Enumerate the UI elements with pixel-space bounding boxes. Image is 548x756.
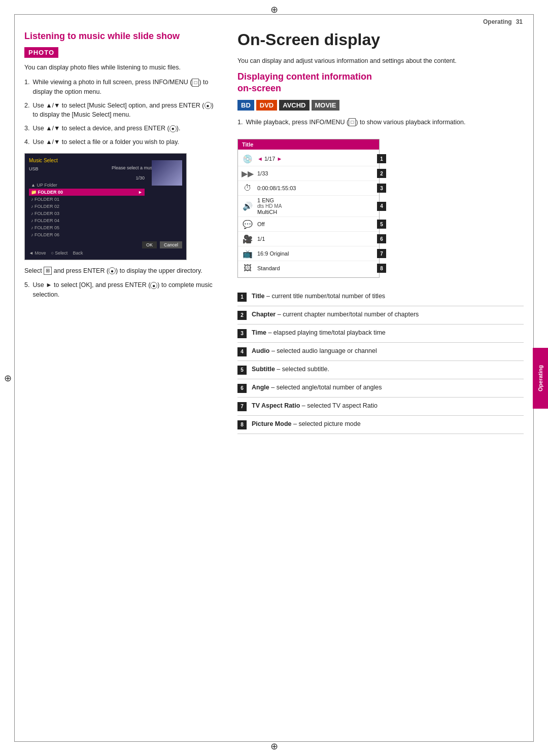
ms-ok-button[interactable]: OK [142, 241, 157, 248]
badge-dvd: DVD [256, 100, 277, 111]
right-body-intro: You can display and adjust various infor… [237, 56, 524, 66]
disc-icon: 💿 [242, 153, 253, 164]
badge-avchd: AVCHD [279, 100, 309, 111]
info-item-3: 3 Time – elapsed playing time/total play… [237, 325, 524, 343]
osd-text-3: 0:00:08/1:55:03 [257, 185, 375, 191]
osd-screenshot: Title 💿 ◄ 1/17 ► 1 ▶▶ 1/33 2 [237, 139, 380, 278]
info-item-7: 7 TV Aspect Ratio – selected TV aspect R… [237, 398, 524, 416]
osd-row-4: 🔊 1 ENG dts HD MA MultiCH 4 [238, 196, 379, 217]
osd-text-5: Off [257, 221, 375, 227]
info-badge-4: 4 [237, 347, 247, 356]
subtitle-icon: 💬 [242, 219, 253, 230]
aspect-icon: 📺 [242, 248, 253, 259]
osd-badge-5: 5 [377, 220, 386, 229]
ms-row-folder06: ♪ FOLDER 06 [29, 231, 145, 238]
info-text-3: Time – elapsed playing time/total playba… [252, 329, 524, 338]
crosshair-bottom-icon: ⊕ [270, 741, 278, 752]
osd-row-2: ▶▶ 1/33 2 [238, 166, 379, 181]
left-column: Listening to music while slide show PHOT… [24, 30, 217, 732]
ms-buttons: OK Cancel [29, 241, 182, 248]
ms-count: 1/30 [29, 175, 145, 181]
page-number: 31 [516, 18, 523, 25]
list-item: 4. Use ▲/▼ to select a file or a folder … [24, 137, 217, 147]
info-text-4: Audio – selected audio language or chann… [252, 347, 524, 356]
info-badge-7: 7 [237, 402, 247, 411]
list-item: 1. While viewing a photo in full screen,… [24, 78, 217, 97]
ms-row-folder05: ♪ FOLDER 05 [29, 224, 145, 231]
left-section-title: Listening to music while slide show [24, 30, 217, 42]
chapter-icon: ▶▶ [242, 168, 253, 179]
info-item-5: 5 Subtitle – selected subtitle. [237, 361, 524, 379]
list-item-right-1: 1. While playback, press INFO/MENU (□) t… [237, 118, 524, 127]
folder-icon: ⊞ [44, 267, 52, 275]
ms-nav: ◄ Move ○ Select Back [29, 250, 182, 256]
menu-icon: □ [192, 79, 199, 87]
audio-icon: 🔊 [242, 201, 253, 212]
ms-row-folder02: ♪ FOLDER 02 [29, 203, 145, 210]
osd-row-8: 🖼 Standard 8 [238, 261, 379, 275]
osd-badge-4: 4 [377, 202, 386, 211]
ms-row-folder04: ♪ FOLDER 04 [29, 217, 145, 224]
info-badge-2: 2 [237, 311, 247, 320]
angle-icon: 🎥 [242, 233, 253, 244]
osd-badge-1: 1 [377, 154, 386, 163]
select-note: Select ⊞ and press ENTER (●) to display … [24, 266, 217, 276]
crosshair-left-icon: ⊕ [4, 373, 12, 384]
ms-row-folder01: ♪ FOLDER 01 [29, 196, 145, 203]
osd-badge-7: 7 [377, 249, 386, 258]
osd-badge-8: 8 [377, 264, 386, 273]
badge-bd: BD [237, 100, 254, 111]
crosshair-top-icon: ⊕ [270, 4, 278, 15]
page-header: Operating 31 [483, 18, 523, 25]
info-menu-icon: □ [349, 118, 356, 126]
header-label: Operating [483, 18, 512, 25]
format-badges: BD DVD AVCHD MOVIE [237, 100, 524, 111]
info-item-4: 4 Audio – selected audio language or cha… [237, 343, 524, 361]
content-area: Listening to music while slide show PHOT… [24, 30, 524, 732]
info-badge-8: 8 [237, 420, 247, 429]
osd-row-7: 📺 16:9 Original 7 [238, 246, 379, 261]
info-item-2: 2 Chapter – current chapter number/total… [237, 306, 524, 325]
ms-row-up: ▲ UP Folder [29, 182, 145, 189]
info-item-1: 1 Title – current title number/total num… [237, 288, 524, 306]
chapter-tab: Operating [533, 348, 548, 409]
osd-text-6: 1/1 [257, 236, 375, 242]
left-steps-list: 1. While viewing a photo in full screen,… [24, 78, 217, 147]
info-text-6: Angle – selected angle/total number of a… [252, 383, 524, 392]
osd-text-7: 16:9 Original [257, 250, 375, 257]
ms-row-folder00: 📁 FOLDER 00 ► [29, 189, 145, 196]
info-badge-3: 3 [237, 329, 247, 338]
osd-badge-6: 6 [377, 234, 386, 243]
osd-rows: 💿 ◄ 1/17 ► 1 ▶▶ 1/33 2 ⏱ [238, 150, 379, 277]
osd-text-4: 1 ENG dts HD MA MultiCH [257, 197, 375, 215]
enter-icon-2: ● [169, 125, 177, 132]
osd-row-3: ⏱ 0:00:08/1:55:03 3 [238, 181, 379, 196]
osd-title-bar: Title [238, 139, 379, 150]
time-icon: ⏱ [242, 183, 253, 194]
list-item-5: 5. Use ► to select [OK], and press ENTER… [24, 280, 217, 300]
enter-icon-4: ● [150, 282, 157, 289]
left-body-intro: You can display photo files while listen… [24, 63, 217, 73]
osd-row-6: 🎥 1/1 6 [238, 232, 379, 246]
info-text-5: Subtitle – selected subtitle. [252, 365, 524, 374]
info-list: 1 Title – current title number/total num… [237, 288, 524, 434]
info-text-8: Picture Mode – selected picture mode [252, 420, 524, 429]
right-steps: 1. While playback, press INFO/MENU (□) t… [237, 118, 524, 127]
info-item-6: 6 Angle – selected angle/total number of… [237, 379, 524, 398]
ms-row-folder03: ♪ FOLDER 03 [29, 210, 145, 217]
osd-badge-2: 2 [377, 169, 386, 178]
enter-icon-3: ● [109, 267, 116, 274]
picture-icon: 🖼 [242, 263, 253, 274]
osd-row-5: 💬 Off 5 [238, 217, 379, 232]
info-badge-6: 6 [237, 384, 247, 393]
osd-text-8: Standard [257, 265, 375, 271]
osd-text-2: 1/33 [257, 170, 375, 176]
badge-movie: MOVIE [312, 100, 340, 111]
ms-cancel-button[interactable]: Cancel [160, 241, 182, 248]
chapter-tab-label: Operating [537, 365, 543, 391]
right-column: On-Screen display You can display and ad… [237, 30, 524, 732]
info-text-1: Title – current title number/total numbe… [252, 292, 524, 301]
info-text-2: Chapter – current chapter number/total n… [252, 310, 524, 319]
osd-badge-3: 3 [377, 184, 386, 193]
step5-list: 5. Use ► to select [OK], and press ENTER… [24, 280, 217, 300]
